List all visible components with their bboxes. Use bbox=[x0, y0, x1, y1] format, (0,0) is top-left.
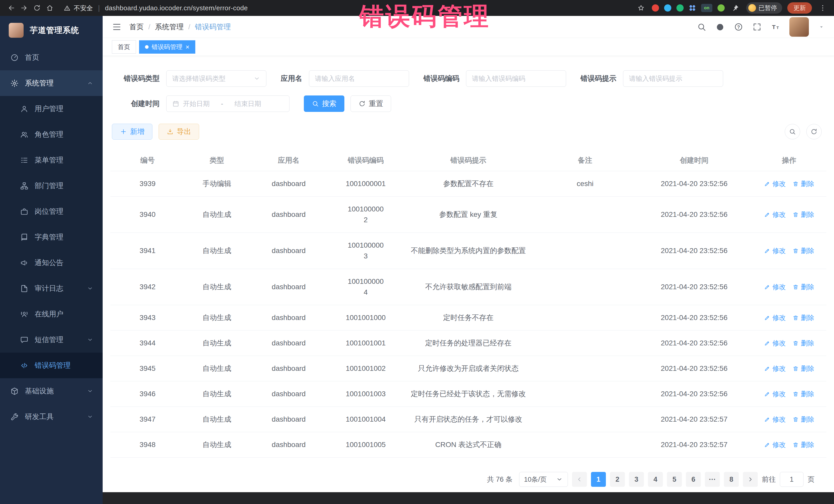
error-hint-input[interactable] bbox=[629, 75, 717, 83]
tab-error-code-management[interactable]: 错误码管理 × bbox=[139, 40, 195, 53]
app-name-input[interactable] bbox=[315, 75, 403, 83]
delete-link[interactable]: 删除 bbox=[792, 440, 814, 450]
page-button-4[interactable]: 4 bbox=[648, 472, 663, 487]
tab-home[interactable]: 首页 bbox=[112, 40, 136, 53]
extension-icon-grid[interactable] bbox=[689, 4, 696, 12]
caret-down-icon[interactable] bbox=[818, 24, 825, 30]
sidebar-item-dev-tools[interactable]: 研发工具 bbox=[0, 404, 103, 430]
fullscreen-icon[interactable] bbox=[752, 22, 762, 31]
extension-icon-blue[interactable] bbox=[664, 4, 671, 12]
extension-icon-on-badge[interactable]: on bbox=[701, 4, 712, 12]
sidebar-item-role-management[interactable]: 角色管理 bbox=[0, 122, 103, 147]
cell-code: 1001001004 bbox=[328, 407, 403, 432]
filter-create-time: 创建时间 开始日期 - 结束日期 bbox=[121, 95, 289, 112]
error-type-select[interactable]: 请选择错误码类型 bbox=[166, 70, 266, 87]
user-avatar[interactable] bbox=[789, 17, 809, 37]
help-icon[interactable]: ? bbox=[734, 22, 743, 31]
delete-link[interactable]: 删除 bbox=[792, 246, 814, 256]
prev-page-button[interactable] bbox=[572, 472, 587, 487]
cell-type: 自动生成 bbox=[185, 269, 249, 305]
sidebar-item-post-management[interactable]: 岗位管理 bbox=[0, 199, 103, 224]
sidebar-item-home[interactable]: 首页 bbox=[0, 45, 103, 70]
update-button[interactable]: 更新 bbox=[787, 2, 812, 14]
edit-link[interactable]: 修改 bbox=[764, 389, 786, 399]
search-icon[interactable] bbox=[697, 22, 706, 31]
edit-link[interactable]: 修改 bbox=[764, 179, 786, 189]
sidebar-item-infrastructure[interactable]: 基础设施 bbox=[0, 378, 103, 404]
delete-link[interactable]: 删除 bbox=[792, 282, 814, 292]
page-button-8[interactable]: 8 bbox=[724, 472, 739, 487]
more-pages-button[interactable]: ··· bbox=[705, 472, 720, 487]
toggle-search-button[interactable] bbox=[785, 124, 800, 139]
delete-link[interactable]: 删除 bbox=[792, 210, 814, 220]
add-button[interactable]: 新增 bbox=[112, 124, 152, 139]
extension-icon-green[interactable] bbox=[676, 4, 684, 12]
sidebar-item-department-management[interactable]: 部门管理 bbox=[0, 173, 103, 199]
reset-button[interactable]: 重置 bbox=[351, 95, 391, 112]
close-tab-icon[interactable]: × bbox=[185, 44, 190, 50]
extension-icon-red[interactable] bbox=[652, 4, 659, 12]
delete-link[interactable]: 删除 bbox=[792, 364, 814, 374]
cell-time: 2021-04-20 23:52:56 bbox=[636, 305, 752, 330]
delete-link[interactable]: 删除 bbox=[792, 313, 814, 323]
forward-button[interactable] bbox=[19, 2, 30, 14]
edit-link[interactable]: 修改 bbox=[764, 338, 786, 348]
create-time-range-picker[interactable]: 开始日期 - 结束日期 bbox=[166, 95, 289, 112]
address-bar[interactable]: 不安全 | dashboard.yudao.iocoder.cn/system/… bbox=[64, 2, 650, 14]
edit-link[interactable]: 修改 bbox=[764, 246, 786, 256]
cell-id: 3942 bbox=[110, 269, 185, 305]
breadcrumb-system[interactable]: 系统管理 bbox=[155, 22, 184, 32]
chevron-down-icon bbox=[87, 336, 93, 343]
browser-menu-icon[interactable] bbox=[817, 2, 828, 14]
sidebar-item-audit-log[interactable]: 审计日志 bbox=[0, 276, 103, 301]
app-logo[interactable]: 芋道管理系统 bbox=[0, 16, 103, 45]
search-button[interactable]: 搜索 bbox=[304, 95, 344, 112]
github-icon[interactable] bbox=[716, 22, 725, 31]
cell-id: 3939 bbox=[110, 171, 185, 196]
page-button-3[interactable]: 3 bbox=[629, 472, 644, 487]
cell-message: 不能删除类型为系统内置的参数配置 bbox=[403, 233, 534, 269]
sidebar-item-user-management[interactable]: 用户管理 bbox=[0, 96, 103, 122]
breadcrumb-home[interactable]: 首页 bbox=[129, 22, 144, 32]
edit-link[interactable]: 修改 bbox=[764, 313, 786, 323]
sidebar-item-notice[interactable]: 通知公告 bbox=[0, 250, 103, 276]
delete-link[interactable]: 删除 bbox=[792, 414, 814, 424]
delete-link[interactable]: 删除 bbox=[792, 338, 814, 348]
address-separator: | bbox=[98, 4, 100, 12]
sidebar-item-menu-management[interactable]: 菜单管理 bbox=[0, 147, 103, 173]
goto-page-input[interactable] bbox=[780, 472, 804, 487]
back-button[interactable] bbox=[6, 2, 17, 14]
cell-code: 1001001000 bbox=[328, 305, 403, 330]
error-code-input[interactable] bbox=[472, 75, 560, 83]
page-button-6[interactable]: 6 bbox=[686, 472, 701, 487]
page-button-1[interactable]: 1 bbox=[591, 472, 606, 487]
delete-link[interactable]: 删除 bbox=[792, 389, 814, 399]
hamburger-icon[interactable] bbox=[112, 22, 122, 32]
sidebar-item-error-code-management[interactable]: 错误码管理 bbox=[0, 353, 103, 378]
page-button-5[interactable]: 5 bbox=[667, 472, 682, 487]
home-button[interactable] bbox=[44, 2, 56, 14]
extension-icon-leaf[interactable] bbox=[718, 4, 725, 12]
export-button[interactable]: 导出 bbox=[159, 124, 199, 139]
sidebar-item-dict-management[interactable]: 字典管理 bbox=[0, 224, 103, 250]
org-tree-icon bbox=[20, 182, 28, 190]
edit-link[interactable]: 修改 bbox=[764, 440, 786, 450]
font-size-icon[interactable]: TT bbox=[771, 22, 780, 31]
page-size-select[interactable]: 10条/页 bbox=[519, 472, 568, 487]
next-page-button[interactable] bbox=[743, 472, 758, 487]
reload-button[interactable] bbox=[31, 2, 43, 14]
sidebar-item-system-management[interactable]: 系统管理 bbox=[0, 70, 103, 96]
pushpin-icon[interactable] bbox=[730, 2, 741, 14]
edit-link[interactable]: 修改 bbox=[764, 282, 786, 292]
sidebar-item-online-users[interactable]: 在线用户 bbox=[0, 301, 103, 327]
bookmark-star-icon[interactable] bbox=[635, 2, 647, 14]
paused-badge[interactable]: 已暂停 bbox=[746, 2, 782, 14]
page-button-2[interactable]: 2 bbox=[610, 472, 625, 487]
active-tab-dot bbox=[145, 45, 149, 49]
sidebar-item-sms-management[interactable]: 短信管理 bbox=[0, 327, 103, 353]
edit-link[interactable]: 修改 bbox=[764, 210, 786, 220]
edit-link[interactable]: 修改 bbox=[764, 414, 786, 424]
refresh-button[interactable] bbox=[806, 124, 822, 139]
delete-link[interactable]: 删除 bbox=[792, 179, 814, 189]
edit-link[interactable]: 修改 bbox=[764, 364, 786, 374]
